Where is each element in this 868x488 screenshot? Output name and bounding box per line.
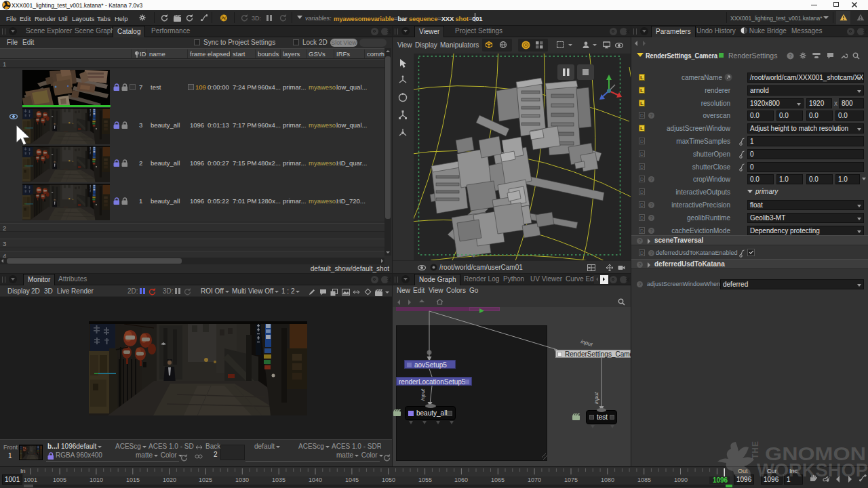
svg-text:input: input: [420, 388, 426, 401]
svg-text:1065: 1065: [491, 476, 505, 483]
svg-text:?: ?: [789, 54, 792, 58]
svg-text:1015: 1015: [126, 476, 140, 483]
svg-text:1070: 1070: [528, 476, 541, 483]
svg-text:1030: 1030: [235, 476, 249, 483]
svg-text:1050: 1050: [382, 476, 395, 483]
svg-text:1010: 1010: [90, 476, 103, 483]
svg-text:1080: 1080: [601, 476, 614, 483]
svg-text:1005: 1005: [53, 476, 66, 483]
svg-text:1090: 1090: [674, 476, 688, 483]
svg-text:1055: 1055: [418, 476, 432, 483]
svg-text:1035: 1035: [272, 476, 285, 483]
svg-text:1020: 1020: [163, 476, 176, 483]
svg-text:1060: 1060: [454, 476, 468, 483]
svg-text:1001: 1001: [24, 476, 37, 483]
svg-text:1075: 1075: [564, 476, 578, 483]
svg-text:input: input: [593, 392, 599, 404]
svg-text:1040: 1040: [309, 476, 322, 483]
svg-text:WORKSHOP: WORKSHOP: [757, 460, 868, 481]
svg-text:1085: 1085: [637, 476, 651, 483]
svg-text:1045: 1045: [345, 476, 359, 483]
svg-text:1025: 1025: [199, 476, 212, 483]
svg-text:THE: THE: [751, 441, 760, 459]
svg-text:input: input: [580, 338, 593, 348]
